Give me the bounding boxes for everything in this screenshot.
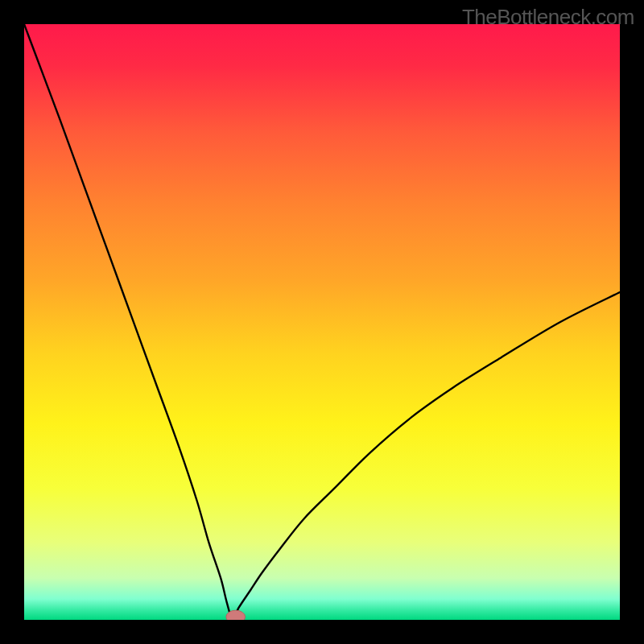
gradient-background bbox=[24, 24, 620, 620]
plot-area bbox=[24, 24, 620, 620]
optimum-marker bbox=[226, 610, 246, 620]
chart-svg bbox=[24, 24, 620, 620]
chart-frame: TheBottleneck.com bbox=[0, 0, 644, 644]
watermark-text: TheBottleneck.com bbox=[462, 5, 634, 30]
